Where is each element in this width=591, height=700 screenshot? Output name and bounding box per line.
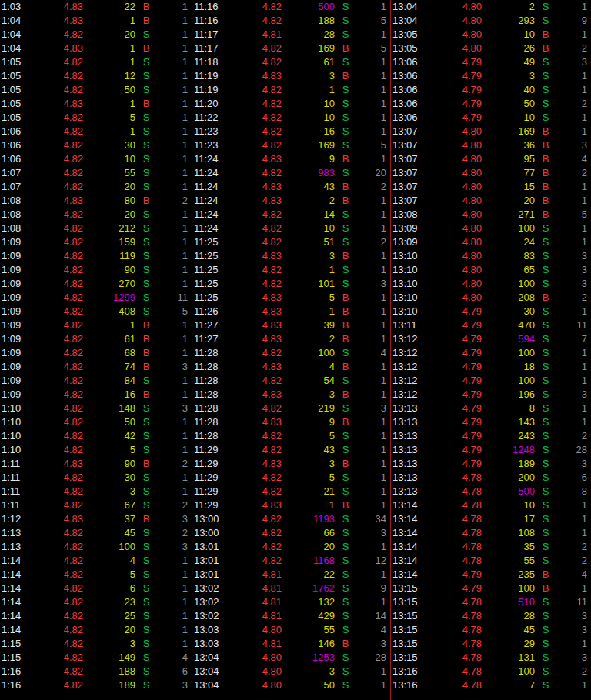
trade-size: 1193: [282, 512, 335, 526]
trade-row: 11:284.8254S1: [192, 374, 390, 388]
trade-size: 54: [282, 374, 335, 388]
trade-row: 11:294.8221S1: [192, 485, 390, 498]
trade-count: 2: [556, 166, 591, 180]
trade-count: 1: [556, 374, 591, 388]
trade-price: 4.82: [226, 554, 282, 568]
trade-time: 1:11: [0, 498, 28, 512]
trade-size: 22: [83, 0, 135, 14]
trade-row: 1:094.821299S11: [0, 291, 192, 305]
trade-size: 408: [83, 305, 135, 318]
trade-side: S: [535, 235, 556, 249]
trade-price: 4.82: [28, 208, 83, 222]
trade-time: 1:10: [0, 429, 28, 443]
trade-time: 13:06: [391, 97, 425, 111]
trade-price: 4.79: [425, 55, 482, 69]
trade-time: 13:05: [391, 28, 425, 42]
trade-row: 13:134.791248S28: [391, 443, 591, 457]
trade-time: 13:13: [391, 457, 425, 471]
trade-side: S: [535, 526, 556, 540]
trade-time: 13:07: [391, 166, 425, 180]
trade-time: 13:09: [391, 235, 425, 249]
trade-row: 1:044.8220S1: [0, 28, 192, 42]
trade-side: B: [135, 512, 157, 526]
trade-time: 13:11: [391, 318, 425, 332]
trade-row: 13:124.79594S7: [391, 332, 591, 346]
trade-size: 159: [83, 235, 135, 249]
trade-side: S: [335, 402, 356, 415]
trade-side: S: [135, 180, 157, 194]
trade-price: 4.82: [28, 540, 83, 554]
trade-side: S: [335, 540, 356, 554]
trade-price: 4.82: [226, 263, 282, 277]
trade-row: 13:054.8010B1: [391, 28, 591, 42]
trade-time: 13:15: [391, 637, 425, 651]
trade-side: B: [335, 180, 356, 194]
trade-time: 11:22: [192, 111, 226, 125]
trade-row: 13:044.8050S1: [192, 678, 390, 692]
trade-row: 1:094.8284S1: [0, 374, 192, 388]
trade-row: 13:094.80100S1: [391, 222, 591, 235]
trade-size: 49: [482, 55, 535, 69]
trade-size: 189: [482, 457, 535, 471]
trade-size: 50: [83, 415, 135, 429]
trade-size: 55: [282, 623, 335, 637]
trade-price: 4.78: [425, 678, 482, 692]
trade-size: 1: [282, 498, 335, 512]
trade-row: 13:064.7940S1: [391, 83, 591, 97]
trade-side: B: [535, 582, 556, 595]
trade-price: 4.82: [226, 485, 282, 498]
trade-row: 11:254.821S1: [192, 263, 390, 277]
trade-count: 34: [356, 512, 390, 526]
trade-size: 17: [482, 512, 535, 526]
trade-time: 13:13: [391, 402, 425, 415]
trade-row: 13:144.7855S2: [391, 554, 591, 568]
trade-size: 30: [83, 471, 135, 485]
trade-count: 1: [157, 388, 192, 402]
trade-side: S: [535, 554, 556, 568]
trade-side: S: [135, 28, 157, 42]
trade-time: 13:16: [391, 665, 425, 678]
trade-time: 11:28: [192, 415, 226, 429]
trade-size: 30: [83, 138, 135, 152]
trade-time: 13:03: [192, 637, 226, 651]
trade-size: 3: [482, 69, 535, 83]
trade-side: S: [135, 235, 157, 249]
trade-price: 4.83: [226, 180, 282, 194]
trade-price: 4.82: [28, 374, 83, 388]
trade-row: 13:154.79100B1: [391, 582, 591, 595]
trade-price: 4.79: [425, 346, 482, 360]
trade-side: S: [135, 125, 157, 138]
trade-size: 4: [282, 360, 335, 374]
trade-count: 1: [356, 360, 390, 374]
trade-side: S: [535, 14, 556, 28]
trade-time: 1:09: [0, 305, 28, 318]
trade-price: 4.81: [226, 582, 282, 595]
trade-size: 500: [282, 0, 335, 14]
trade-size: 3: [282, 249, 335, 263]
trade-count: 1: [157, 609, 192, 623]
trade-side: S: [135, 498, 157, 512]
trade-time: 13:12: [391, 374, 425, 388]
trade-time: 13:15: [391, 595, 425, 609]
trade-row: 13:164.787S1: [391, 678, 591, 692]
trade-time: 13:01: [192, 540, 226, 554]
trade-row: 1:154.82149S4: [0, 651, 192, 665]
trade-size: 55: [482, 554, 535, 568]
trade-side: B: [335, 457, 356, 471]
trade-side: B: [135, 388, 157, 402]
trade-count: 1: [556, 0, 591, 14]
trade-count: 1: [556, 526, 591, 540]
trade-count: 3: [356, 637, 390, 651]
trade-side: S: [535, 402, 556, 415]
trade-time: 13:12: [391, 332, 425, 346]
trade-time: 11:23: [192, 125, 226, 138]
trade-count: 3: [157, 512, 192, 526]
trade-price: 4.83: [226, 291, 282, 305]
trade-row: 1:094.8290S1: [0, 263, 192, 277]
trade-side: S: [135, 222, 157, 235]
trade-time: 1:07: [0, 180, 28, 194]
trade-time: 1:05: [0, 111, 28, 125]
trade-row: 13:024.81132S1: [192, 595, 390, 609]
trade-row: 1:124.8337B3: [0, 512, 192, 526]
trade-size: 39: [282, 318, 335, 332]
